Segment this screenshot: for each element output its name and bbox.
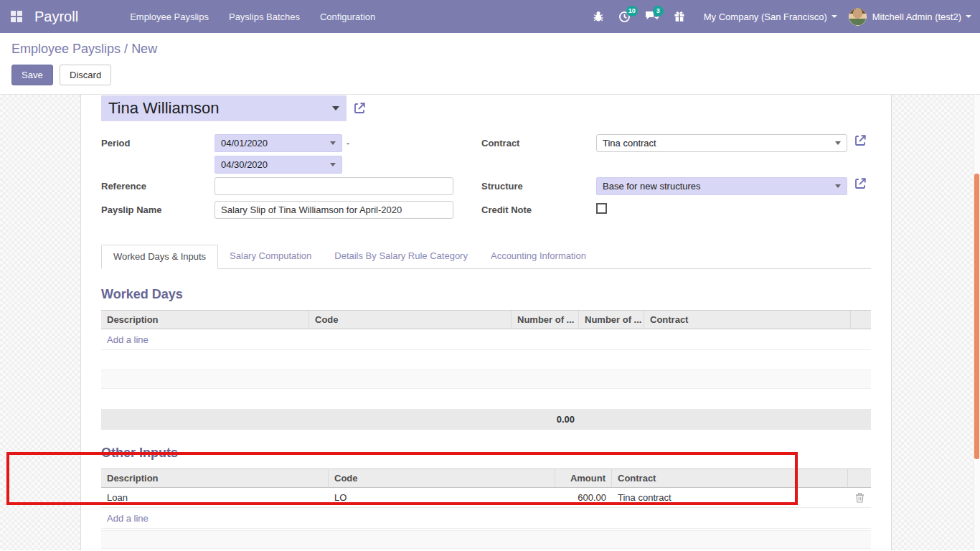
main-menu: Employee Payslips Payslips Batches Confi… (120, 0, 385, 33)
delete-row-button[interactable] (848, 492, 871, 503)
credit-note-checkbox[interactable] (596, 203, 607, 214)
col-code[interactable]: Code (309, 311, 512, 329)
worked-days-add-line-row: Add a line (101, 329, 871, 350)
discard-button[interactable]: Discard (60, 65, 111, 85)
menu-employee-payslips[interactable]: Employee Payslips (120, 0, 219, 33)
period-from-field[interactable]: 04/01/2020 (215, 134, 342, 152)
user-menu[interactable]: Mitchell Admin (test2) (849, 8, 971, 26)
col-description[interactable]: Description (101, 469, 329, 487)
breadcrumb-current: New (131, 42, 157, 56)
tab-details-by-salary-rule-category[interactable]: Details By Salary Rule Category (323, 245, 479, 269)
external-link-icon[interactable] (353, 102, 366, 115)
cell-contract[interactable]: Tina contract (612, 492, 848, 503)
form-buttons: Save Discard (11, 65, 980, 85)
col-number-of-hours[interactable]: Number of ... (579, 311, 644, 329)
period-from-value: 04/01/2020 (221, 138, 330, 149)
activities-badge: 10 (626, 6, 638, 17)
app-title[interactable]: Payroll (34, 9, 78, 25)
total-number-of-days: 0.00 (512, 414, 579, 425)
other-inputs-row-loan: Loan LO 600.00 Tina contract (101, 488, 871, 508)
chevron-down-icon (332, 106, 339, 110)
cell-code[interactable]: LO (329, 492, 555, 503)
reference-label: Reference (101, 177, 215, 201)
chevron-down-icon (835, 184, 841, 188)
save-button[interactable]: Save (11, 65, 53, 85)
add-a-line-link[interactable]: Add a line (101, 513, 149, 524)
empty-row (101, 369, 871, 389)
notebook-tabs: Worked Days & Inputs Salary Computation … (101, 244, 871, 269)
credit-note-label: Credit Note (481, 201, 596, 225)
other-inputs-table: Description Code Amount Contract Loan LO… (101, 468, 871, 549)
top-navbar: Payroll Employee Payslips Payslips Batch… (0, 0, 980, 33)
chevron-down-icon (330, 141, 336, 145)
worked-days-title: Worked Days (101, 287, 871, 302)
contract-label: Contract (481, 134, 596, 156)
col-code[interactable]: Code (329, 469, 555, 487)
empty-row (101, 389, 871, 408)
worked-days-total-row: 0.00 (101, 409, 871, 430)
apps-grid-icon (11, 11, 22, 22)
col-contract[interactable]: Contract (612, 469, 848, 487)
period-to-value: 04/30/2020 (221, 159, 330, 170)
tab-salary-computation[interactable]: Salary Computation (218, 245, 323, 269)
col-actions (848, 469, 871, 487)
add-a-line-link[interactable]: Add a line (101, 334, 149, 345)
tab-worked-days-inputs[interactable]: Worked Days & Inputs (101, 245, 218, 269)
tab-accounting-information[interactable]: Accounting Information (479, 245, 598, 269)
cell-amount[interactable]: 600.00 (555, 492, 612, 503)
empty-row (101, 350, 871, 369)
form-view: Tina Williamson Period 04/01/2020 - Con (0, 95, 980, 550)
external-link-icon[interactable] (854, 134, 867, 147)
menu-payslips-batches[interactable]: Payslips Batches (219, 0, 310, 33)
chevron-down-icon (330, 163, 336, 166)
col-number-of-days[interactable]: Number of ... (512, 311, 579, 329)
chevron-down-icon (966, 15, 971, 18)
scrollbar-thumb[interactable] (974, 174, 979, 459)
systray: 10 3 My Company (San Francisco) Mitchell… (585, 8, 971, 26)
employee-name: Tina Williamson (108, 99, 328, 118)
col-actions (851, 311, 871, 329)
worked-days-table: Description Code Number of ... Number of… (101, 310, 871, 430)
employee-field[interactable]: Tina Williamson (101, 95, 347, 121)
messages-button[interactable]: 3 (645, 11, 659, 22)
contract-field[interactable]: Tina contract (596, 134, 847, 152)
period-to-field[interactable]: 04/30/2020 (215, 156, 342, 174)
structure-value: Base for new structures (603, 181, 835, 192)
reference-input[interactable] (215, 177, 453, 195)
gift-button[interactable] (674, 11, 685, 22)
gift-icon (674, 11, 685, 22)
user-name: Mitchell Admin (test2) (872, 11, 961, 22)
worked-days-header: Description Code Number of ... Number of… (101, 310, 871, 329)
structure-label: Structure (481, 177, 596, 201)
vertical-scrollbar[interactable] (974, 95, 980, 550)
other-inputs-title: Other Inputs (101, 446, 871, 461)
col-amount[interactable]: Amount (555, 469, 612, 487)
messages-badge: 3 (653, 6, 664, 17)
structure-field[interactable]: Base for new structures (596, 177, 847, 195)
cell-description[interactable]: Loan (101, 492, 329, 503)
user-avatar (849, 8, 867, 26)
payslip-name-label: Payslip Name (101, 201, 215, 225)
external-link-icon[interactable] (854, 177, 867, 190)
other-inputs-header: Description Code Amount Contract (101, 468, 871, 488)
empty-row (101, 530, 871, 549)
apps-menu-button[interactable] (6, 6, 27, 27)
breadcrumb: Employee Payslips / New (11, 42, 980, 57)
chevron-down-icon (831, 15, 837, 18)
col-description[interactable]: Description (101, 311, 309, 329)
activities-button[interactable]: 10 (618, 11, 631, 23)
trash-icon (855, 492, 864, 503)
company-switcher[interactable]: My Company (San Francisco) (704, 11, 837, 22)
breadcrumb-parent[interactable]: Employee Payslips (11, 42, 121, 56)
control-panel: Employee Payslips / New Save Discard (0, 33, 980, 95)
form-sheet: Tina Williamson Period 04/01/2020 - Con (80, 95, 892, 550)
other-inputs-add-line-row: Add a line (101, 508, 871, 529)
contract-value: Tina contract (603, 138, 835, 149)
menu-configuration[interactable]: Configuration (310, 0, 385, 33)
period-label: Period (101, 134, 215, 156)
debug-bug-icon[interactable] (593, 11, 604, 22)
chevron-down-icon (835, 141, 841, 145)
col-contract[interactable]: Contract (644, 311, 851, 329)
payslip-name-input[interactable] (215, 201, 453, 219)
company-name: My Company (San Francisco) (704, 11, 827, 22)
